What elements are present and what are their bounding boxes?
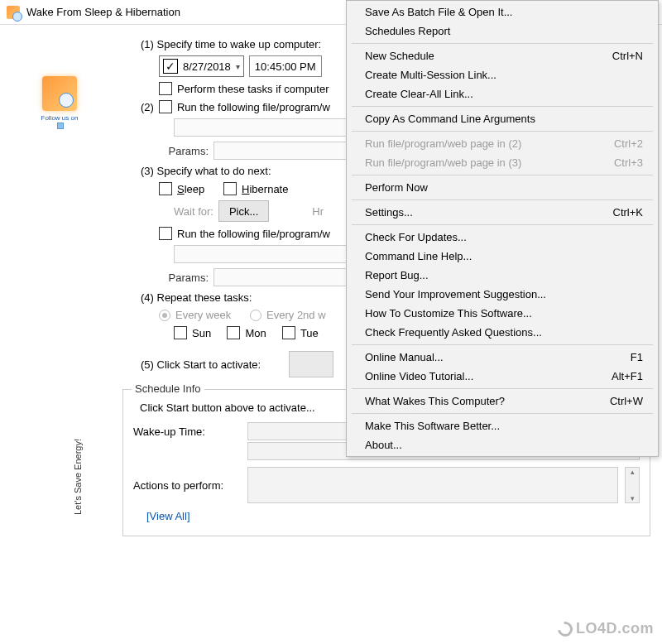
menu-item[interactable]: Online Manual...F1 [347,348,658,367]
sleep-checkbox[interactable] [159,182,172,195]
menu-item[interactable]: Copy As Command Line Arguments [347,109,658,128]
menu-item[interactable]: Online Video Tutorial...Alt+F1 [347,367,658,386]
schedule-legend: Schedule Info [132,382,204,395]
menu-item[interactable]: Perform Now [347,178,658,197]
hr-label: Hr [312,205,324,218]
menu-item[interactable]: Settings...Ctrl+K [347,203,658,222]
perform-if-checkbox[interactable] [159,82,172,95]
step5-label: (5) Click Start to activate: [141,358,261,371]
menu-separator [352,199,653,200]
menu-item-shortcut: Ctrl+2 [614,137,643,150]
menu-item-label: Settings... [365,206,413,219]
menu-item-label: Save As Batch File & Open It... [365,6,512,18]
menu-item[interactable]: Check For Updates... [347,228,658,247]
view-all-link[interactable]: [View All] [146,510,190,522]
menu-separator [352,413,653,414]
window-title: Wake From Sleep & Hibernation [26,6,180,18]
menu-item-label: Run file/program/web page in (3) [365,156,521,169]
day-tue-checkbox[interactable] [282,326,295,339]
start-button[interactable] [289,351,333,377]
actions-label: Actions to perform: [133,479,241,492]
menu-separator [352,131,653,132]
watermark-icon [554,618,575,639]
hibernate-checkbox[interactable] [223,182,237,195]
day-sun-checkbox[interactable] [174,326,187,339]
time-input[interactable]: 10:45:00 PM [249,55,322,77]
menu-item[interactable]: Save As Batch File & Open It... [347,2,658,22]
every-2nd-label: Every 2nd w [266,309,326,321]
menu-item[interactable]: Check Frequently Asked Questions... [347,323,658,342]
actions-scrollbar[interactable]: ▴▾ [625,467,640,503]
menu-item-shortcut: Ctrl+3 [614,156,643,169]
menu-separator [352,344,653,345]
menu-item-shortcut: F1 [631,351,643,363]
menu-item-label: Make This Software Better... [365,420,500,432]
menu-item-label: What Wakes This Computer? [365,395,505,407]
menu-item[interactable]: Schedules Report [347,22,658,41]
menu-item: Run file/program/web page in (3)Ctrl+3 [347,153,658,172]
day-mon-label: Mon [245,327,266,339]
date-check-icon: ✓ [163,59,178,74]
day-mon-checkbox[interactable] [227,326,240,339]
menu-item-label: Online Video Tutorial... [365,370,473,382]
step3-label: (3) Specify what to do next: [141,165,271,177]
menu-item-label: Run file/program/web page in (2) [365,137,521,150]
menu-item[interactable]: About... [347,435,658,454]
perform-if-label: Perform these tasks if computer [177,83,329,95]
menu-item-label: How To Customize This Software... [365,307,532,320]
day-sun-label: Sun [192,327,211,339]
chevron-down-icon: ▾ [236,62,240,71]
logo-icon [42,76,77,111]
params2-label: Params: [159,145,209,157]
params3-label: Params: [159,272,209,284]
menu-item-label: Report Bug... [365,269,429,281]
menu-item[interactable]: What Wakes This Computer?Ctrl+W [347,392,658,411]
menu-item-shortcut: Ctrl+N [612,50,643,62]
menu-item-shortcut: Ctrl+W [610,395,643,407]
menu-item[interactable]: Report Bug... [347,266,658,285]
step1-label: (1) Specify time to wake up computer: [141,38,321,50]
menu-item[interactable]: How To Customize This Software... [347,304,658,323]
menu-item[interactable]: Create Multi-Session Link... [347,65,658,84]
menu-item[interactable]: New ScheduleCtrl+N [347,46,658,65]
date-value: 8/27/2018 [183,60,231,73]
menu-item-shortcut: Alt+F1 [612,370,643,382]
step4-label: (4) Repeat these tasks: [141,291,252,304]
logo-caption: Follow us on [40,114,79,129]
watermark-text: LO4D.com [576,620,654,637]
menu-item-label: Create Multi-Session Link... [365,69,496,81]
watermark: LO4D.com [558,620,654,637]
menu-item-label: Send Your Improvement Suggestion... [365,288,546,300]
run-file-3-checkbox[interactable] [159,227,172,240]
menu-item[interactable]: Make This Software Better... [347,416,658,435]
run-file-3-label: Run the following file/program/w [177,228,330,240]
menu-separator [352,43,653,44]
menu-item-shortcut: Ctrl+K [613,206,643,219]
run-file-2-checkbox[interactable] [159,100,172,113]
pick-button[interactable]: Pick... [218,200,269,222]
menu-separator [352,388,653,389]
app-logo[interactable]: Follow us on [40,76,79,129]
menu-item-label: New Schedule [365,50,434,62]
menu-item[interactable]: Create Clear-All Link... [347,84,658,103]
menu-item-label: Command Line Help... [365,250,472,262]
menu-item-label: Perform Now [365,181,428,194]
sleep-label: Sleep [177,183,204,195]
menu-item[interactable]: Send Your Improvement Suggestion... [347,285,658,304]
app-icon [7,6,20,19]
menu-item-label: Create Clear-All Link... [365,88,473,100]
menu-separator [352,224,653,225]
menu-item[interactable]: Command Line Help... [347,247,658,266]
menu-item-label: About... [365,439,402,451]
every-week-radio[interactable] [159,310,170,321]
wakeup-time-label: Wake-up Time: [133,425,241,438]
date-picker[interactable]: ✓ 8/27/2018 ▾ [159,55,244,77]
menu-item-label: Schedules Report [365,25,450,37]
energy-slogan: Let's Save Energy! [73,439,83,515]
menu-item: Run file/program/web page in (2)Ctrl+2 [347,134,658,153]
wait-for-label: Wait for: [174,205,213,218]
menu-item-label: Copy As Command Line Arguments [365,113,535,125]
menu-item-label: Online Manual... [365,351,444,363]
every-2nd-radio[interactable] [250,310,261,321]
actions-field [247,467,618,503]
